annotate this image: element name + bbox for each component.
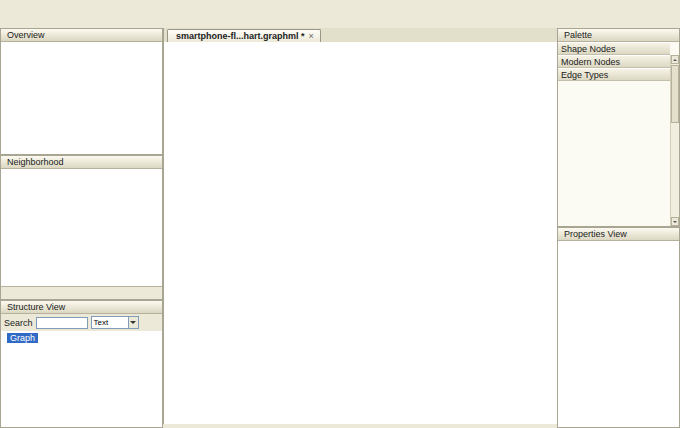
properties-titlebar[interactable]: Properties View (558, 228, 679, 241)
panel-properties-view: Properties View (557, 227, 680, 428)
properties-view-title: Properties View (564, 229, 676, 239)
panel-neighborhood: Neighborhood (0, 155, 163, 300)
scrollbar-track[interactable] (671, 124, 679, 217)
structure-view-title: Structure View (7, 302, 159, 312)
neighborhood-content (1, 169, 162, 286)
properties-table (558, 241, 679, 427)
scroll-up-button[interactable] (671, 55, 679, 64)
tab-close-button[interactable]: × (308, 32, 315, 41)
section-edge-types[interactable]: Edge Types (558, 68, 670, 81)
palette-content: Shape Nodes Modern Nodes Edge Types (558, 42, 679, 226)
right-dock: Palette Shape Nodes Modern Nodes Edge Ty… (557, 28, 680, 428)
scroll-down-button[interactable] (671, 217, 679, 226)
overview-titlebar[interactable]: Overview (1, 29, 162, 42)
neighborhood-title: Neighborhood (7, 157, 159, 167)
search-input[interactable] (36, 317, 88, 329)
neighborhood-titlebar[interactable]: Neighborhood (1, 156, 162, 169)
overview-minimap[interactable] (1, 42, 162, 154)
panel-structure-view: Structure View Search Text Graph (0, 300, 163, 428)
chevron-down-icon[interactable] (128, 317, 138, 328)
menu-bar (0, 0, 680, 13)
section-modern-nodes[interactable]: Modern Nodes (558, 55, 670, 68)
canvas-bottom-strip (163, 424, 557, 428)
section-shape-nodes[interactable]: Shape Nodes (558, 42, 670, 55)
filter-select-value: Text (94, 318, 109, 327)
overview-title: Overview (7, 30, 159, 40)
left-dock: Overview Neighborhood Structure View Sea… (0, 28, 163, 428)
document-tab[interactable]: smartphone-fl...hart.graphml * × (167, 29, 321, 42)
structure-titlebar[interactable]: Structure View (1, 301, 162, 314)
palette-scrollbar[interactable] (670, 55, 679, 226)
search-label: Search (4, 318, 33, 328)
filter-select[interactable]: Text (91, 316, 139, 329)
structure-tree: Graph (1, 331, 162, 427)
graph-canvas[interactable] (163, 42, 557, 424)
scrollbar-thumb[interactable] (671, 65, 679, 123)
panel-overview: Overview (0, 28, 163, 155)
palette-titlebar[interactable]: Palette (558, 29, 679, 42)
structure-search-row: Search Text (1, 314, 162, 331)
panel-palette: Palette Shape Nodes Modern Nodes Edge Ty… (557, 28, 680, 227)
editor-tabbar: smartphone-fl...hart.graphml * × (163, 28, 557, 42)
palette-title: Palette (564, 30, 676, 40)
neighborhood-tabstrip (1, 286, 162, 299)
document-tab-label: smartphone-fl...hart.graphml * (176, 31, 305, 41)
toolbar (0, 13, 680, 28)
tree-root-label[interactable]: Graph (7, 333, 38, 343)
tree-root-item[interactable]: Graph (3, 333, 160, 343)
